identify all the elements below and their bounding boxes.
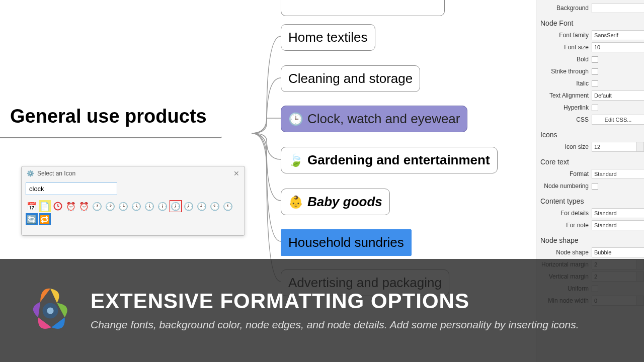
font-family-select[interactable]: SansSerif (592, 30, 644, 40)
clock-7-icon[interactable]: 🕖 (170, 200, 182, 212)
clock-5-icon[interactable]: 🕔 (143, 200, 155, 212)
clock-4-icon[interactable]: 🕓 (130, 200, 142, 212)
dialog-titlebar[interactable]: ⚙️ Select an Icon ✕ (22, 166, 245, 180)
baby-icon: 👶 (288, 195, 303, 209)
banner-subtext: Change fonts, background color, node edg… (91, 317, 629, 332)
app-logo-icon (23, 283, 78, 338)
node-household-sundries[interactable]: Household sundries (281, 229, 412, 256)
icon-size-input[interactable]: 12 (592, 142, 637, 152)
clock-1-icon[interactable]: 🕐 (91, 200, 103, 212)
select-icon-dialog: ⚙️ Select an Icon ✕ 📅 📄 ⏰ ⏰ 🕐 🕑 🕒 🕓 🕔 🕕 … (21, 166, 245, 236)
clock-6-icon[interactable]: 🕕 (156, 200, 169, 212)
node-label: Clock, watch and eyewear (307, 111, 460, 127)
clock-sync-icon[interactable]: 🔄 (26, 213, 38, 225)
node-beauty[interactable]: Beauty and personal care (281, 0, 445, 16)
dialog-title: Select an Icon (37, 170, 75, 177)
node-numbering-checkbox[interactable] (592, 183, 598, 190)
close-icon[interactable]: ✕ (233, 169, 239, 177)
node-cleaning[interactable]: Cleaning and storage (281, 65, 420, 92)
node-baby-goods[interactable]: 👶 Baby goods (281, 189, 390, 215)
section-core-text: Core text (536, 153, 644, 168)
font-size-input[interactable]: 10 (592, 42, 644, 52)
format-select[interactable]: Standard (592, 169, 644, 179)
for-details-select[interactable]: Standard (592, 208, 644, 218)
clock-9-icon[interactable]: 🕘 (196, 200, 208, 212)
section-node-font: Node Font (536, 14, 644, 29)
icon-search-input[interactable] (26, 183, 117, 195)
node-home-textiles[interactable]: Home textiles (281, 24, 375, 51)
connector-lines (0, 0, 533, 282)
clock-8-icon[interactable]: 🕗 (183, 200, 195, 212)
clock-2-icon[interactable]: 🕑 (104, 200, 116, 212)
svg-point-2 (47, 307, 53, 314)
node-label: Cleaning and storage (288, 71, 413, 86)
section-node-shape: Node shape (536, 231, 644, 246)
clock-red-icon[interactable] (52, 200, 64, 212)
strike-checkbox[interactable] (592, 68, 598, 75)
leaf-icon: 🍃 (288, 153, 303, 167)
node-clock-watch-eyewear[interactable]: 🕒 Clock, watch and eyewear (281, 106, 467, 132)
for-note-select[interactable]: Standard (592, 220, 644, 230)
node-label: Baby goods (307, 194, 382, 210)
calendar-clock-icon[interactable]: 📅 (26, 200, 38, 212)
clock-3-icon[interactable]: 🕒 (117, 200, 129, 212)
note-clock-icon[interactable]: 📄 (39, 200, 51, 212)
section-content-types: Content types (536, 192, 644, 207)
hyperlink-checkbox[interactable] (592, 105, 598, 111)
clock-10-icon[interactable]: 🕙 (209, 200, 221, 212)
gear-icon: ⚙️ (27, 170, 34, 177)
bold-checkbox[interactable] (592, 56, 598, 63)
text-align-select[interactable]: Default (592, 90, 644, 101)
node-gardening[interactable]: 🍃 Gardening and entertainment (281, 147, 498, 173)
node-shape-select[interactable]: Bubble (592, 247, 644, 257)
clock-11-icon[interactable]: 🕚 (222, 200, 234, 212)
root-node[interactable]: General use products (10, 106, 207, 127)
root-label: General use products (10, 106, 207, 127)
icon-size-spinner[interactable] (637, 142, 644, 152)
edit-css-button[interactable]: Edit CSS... (592, 115, 644, 125)
background-field[interactable] (592, 3, 644, 13)
clock-refresh-icon[interactable]: 🔁 (39, 213, 51, 225)
node-label: Gardening and entertainment (307, 152, 490, 168)
alarm-clock-icon[interactable]: ⏰ (65, 200, 77, 212)
node-label: Household sundries (288, 235, 404, 250)
clock-icon: 🕒 (288, 112, 303, 126)
alarm-red-icon[interactable]: ⏰ (78, 200, 90, 212)
section-icons: Icons (536, 126, 644, 141)
italic-checkbox[interactable] (592, 80, 598, 87)
promo-banner: EXTENSIVE FORMATTING OPTIONS Change font… (0, 259, 644, 362)
icon-grid: 📅 📄 ⏰ ⏰ 🕐 🕑 🕒 🕓 🕔 🕕 🕖 🕗 🕘 🕙 🕚 🔄 🔁 (22, 197, 245, 235)
node-label: Home textiles (288, 30, 368, 45)
background-label: Background (536, 5, 592, 12)
banner-headline: EXTENSIVE FORMATTING OPTIONS (91, 289, 629, 313)
